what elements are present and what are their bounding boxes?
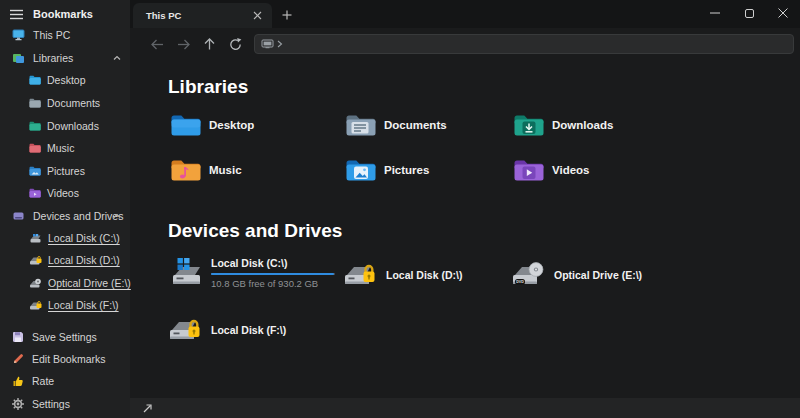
sidebar-item-rate[interactable]: Rate [0,370,130,392]
desktop-folder-icon [29,75,41,85]
videos-folder-icon [513,157,544,183]
drive-c-icon [168,256,204,290]
downloads-folder-icon [29,121,41,131]
pictures-folder-icon [345,157,376,183]
sidebar-item-music[interactable]: Music [0,137,130,159]
this-pc-icon [12,29,25,41]
minimize-button[interactable] [698,0,732,26]
pencil-icon [12,353,24,365]
up-button[interactable] [196,32,222,56]
sidebar-item-desktop[interactable]: Desktop [0,69,130,91]
refresh-button[interactable] [222,32,248,56]
sidebar-item-local-disk-d[interactable]: Local Disk (D:\) [0,249,130,271]
statusbar [130,398,800,418]
library-documents[interactable]: Documents [345,112,447,138]
sidebar-item-videos[interactable]: Videos [0,182,130,204]
sidebar-item-save-settings[interactable]: Save Settings [0,326,130,348]
libraries-icon [12,52,25,64]
music-folder-icon [29,143,41,153]
library-desktop[interactable]: Desktop [170,112,254,138]
sidebar-item-downloads[interactable]: Downloads [0,115,130,137]
sidebar-item-this-pc[interactable]: This PC [0,24,130,46]
tab-close-icon[interactable] [251,9,264,22]
address-location-icon [261,39,275,50]
drive-d-locked-icon [29,255,42,265]
sidebar-item-local-disk-f[interactable]: Local Disk (F:\) [0,294,130,316]
music-folder-icon [170,157,201,183]
address-bar[interactable] [254,34,794,54]
library-music[interactable]: Music [170,157,242,183]
drive-c-icon [29,233,42,243]
library-videos[interactable]: Videos [513,157,590,183]
pictures-folder-icon [29,166,41,176]
drive-c-usage-bar [211,273,335,275]
expand-pane-icon[interactable] [142,403,153,414]
svg-text:DVD: DVD [516,280,524,284]
documents-folder-icon [345,112,376,138]
library-downloads[interactable]: Downloads [513,112,613,138]
new-tab-button[interactable] [278,6,296,24]
sidebar-item-pictures[interactable]: Pictures [0,160,130,182]
save-icon [12,331,24,343]
devices-icon [12,210,25,222]
sidebar-item-libraries[interactable]: Libraries [0,47,130,69]
tab-this-pc[interactable]: This PC [133,3,272,28]
chevron-up-icon[interactable] [113,56,121,61]
videos-folder-icon [29,188,41,198]
sidebar-item-edit-bookmarks[interactable]: Edit Bookmarks [0,348,130,370]
forward-button[interactable] [170,32,196,56]
back-button[interactable] [144,32,170,56]
documents-folder-icon [29,98,41,108]
navigation-toolbar [130,28,800,60]
optical-drive-e-icon [29,278,42,288]
gear-icon [12,398,24,410]
maximize-button[interactable] [732,0,766,26]
sidebar-item-devices-and-drives[interactable]: Devices and Drives [0,205,130,227]
hamburger-menu-icon[interactable] [10,9,23,20]
sidebar-item-documents[interactable]: Documents [0,92,130,114]
drive-local-disk-f[interactable]: Local Disk (F:\) [168,315,286,345]
downloads-folder-icon [513,112,544,138]
drive-f-locked-icon [168,315,204,345]
drive-c-usage-fill [211,273,334,275]
window-controls [698,0,800,28]
file-browser-content: Libraries Desktop Documents Downloads Mu… [130,60,800,398]
sidebar-item-optical-drive-e[interactable]: Optical Drive (E:\) [0,272,130,294]
sidebar-title: Bookmarks [33,8,93,20]
section-title-libraries: Libraries [168,76,248,98]
drive-f-locked-icon [29,300,42,310]
desktop-folder-icon [170,112,201,138]
chevron-up-icon[interactable] [113,214,121,219]
drive-local-disk-d[interactable]: Local Disk (D:\) [343,260,462,290]
sidebar: Bookmarks This PC Libraries Desktop Docu… [0,0,130,418]
section-title-devices-and-drives: Devices and Drives [168,220,342,242]
drive-c-free-space: 10.8 GB free of 930.2 GB [211,278,335,289]
sidebar-item-local-disk-c[interactable]: Local Disk (C:\) [0,227,130,249]
titlebar: This PC [130,0,800,28]
close-button[interactable] [766,0,800,26]
sidebar-item-settings[interactable]: Settings [0,393,130,415]
thumbs-up-icon [12,375,24,387]
address-chevron-icon [277,40,283,48]
drive-d-locked-icon [343,260,379,290]
drive-local-disk-c[interactable]: Local Disk (C:\) 10.8 GB free of 930.2 G… [168,256,335,290]
optical-drive-e-icon: DVD [511,260,547,290]
library-pictures[interactable]: Pictures [345,157,429,183]
drive-optical-e[interactable]: DVD Optical Drive (E:\) [511,260,642,290]
